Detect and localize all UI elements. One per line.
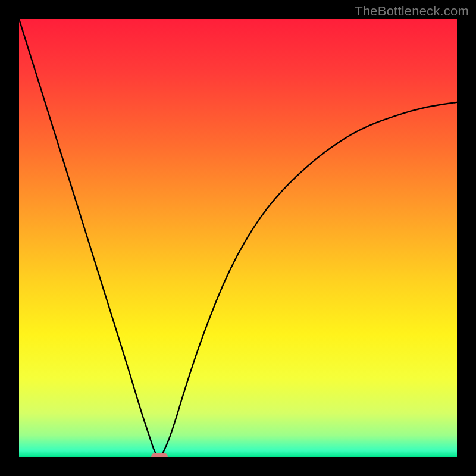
chart-svg bbox=[19, 19, 457, 457]
plot-area bbox=[19, 19, 457, 457]
watermark-text: TheBottleneck.com bbox=[355, 4, 469, 19]
chart-frame: TheBottleneck.com bbox=[0, 0, 476, 476]
gradient-background bbox=[19, 19, 457, 457]
optimal-marker bbox=[151, 453, 168, 457]
